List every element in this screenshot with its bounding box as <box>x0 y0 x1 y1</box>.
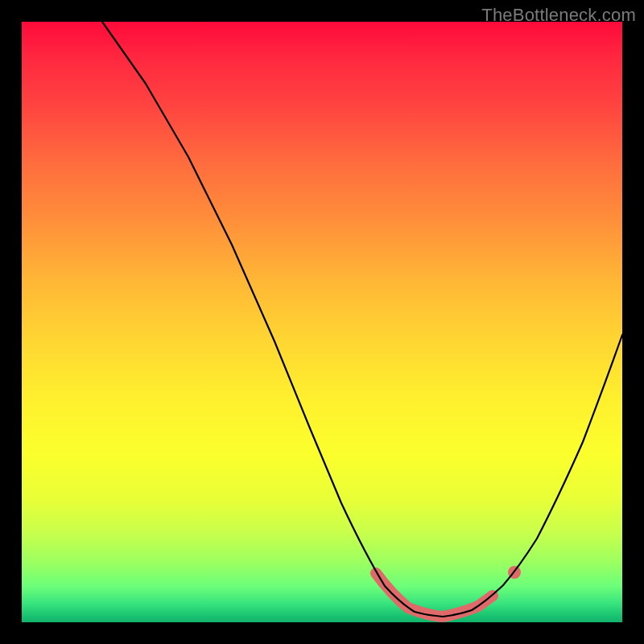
curve-layer <box>22 22 622 622</box>
chart-frame: TheBottleneck.com <box>0 0 644 644</box>
bottleneck-v-curve <box>102 22 622 617</box>
gradient-plot-area <box>22 22 622 622</box>
watermark-text: TheBottleneck.com <box>481 5 636 26</box>
